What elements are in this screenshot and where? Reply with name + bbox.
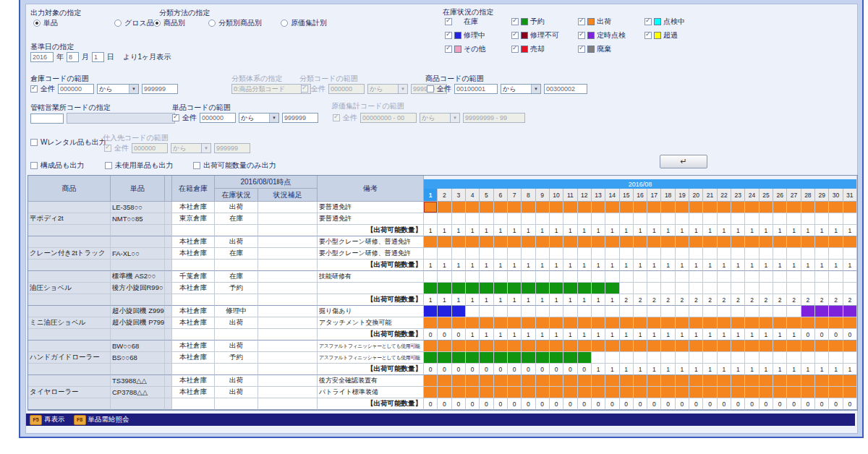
gantt-cell[interactable] — [620, 340, 634, 352]
gantt-cell[interactable] — [773, 387, 787, 398]
gantt-cell[interactable] — [424, 375, 438, 387]
gantt-cell[interactable] — [452, 352, 466, 364]
gantt-cell[interactable] — [452, 236, 466, 248]
gantt-cell[interactable] — [815, 306, 829, 317]
gantt-cell[interactable] — [536, 271, 550, 283]
gantt-cell[interactable] — [815, 375, 829, 387]
gantt-cell[interactable] — [438, 306, 451, 317]
gantt-cell[interactable] — [452, 375, 466, 387]
gantt-cell[interactable] — [815, 236, 829, 248]
gantt-cell[interactable] — [563, 317, 577, 329]
gantt-cell[interactable] — [634, 236, 647, 248]
gantt-cell[interactable] — [773, 340, 787, 352]
gantt-cell[interactable] — [843, 236, 857, 248]
gantt-cell[interactable] — [494, 387, 508, 398]
item-code-kara-combo[interactable]: から▼ — [239, 113, 279, 123]
gantt-cell[interactable] — [634, 213, 647, 225]
gantt-cell[interactable] — [718, 202, 731, 213]
gantt-cell[interactable] — [620, 375, 634, 387]
gantt-cell[interactable] — [605, 387, 619, 398]
gantt-cell[interactable] — [815, 271, 829, 283]
gantt-cell[interactable] — [634, 271, 647, 283]
gantt-cell[interactable] — [634, 387, 647, 398]
gantt-cell[interactable] — [578, 306, 592, 317]
gantt-cell[interactable] — [760, 306, 773, 317]
gantt-cell[interactable] — [689, 375, 703, 387]
gantt-cell[interactable] — [661, 306, 675, 317]
gantt-cell[interactable] — [760, 387, 773, 398]
gantt-cell[interactable] — [689, 283, 703, 294]
gantt-cell[interactable] — [843, 352, 857, 364]
function-key-item[interactable]: F5再表示 — [30, 415, 65, 425]
gantt-cell[interactable] — [438, 340, 451, 352]
gantt-cell[interactable] — [508, 283, 522, 294]
gantt-cell[interactable] — [620, 236, 634, 248]
gantt-cell[interactable] — [480, 340, 493, 352]
gantt-cell[interactable] — [843, 375, 857, 387]
gantt-cell[interactable] — [466, 248, 480, 260]
product-code-all-checkbox[interactable] — [427, 85, 434, 93]
gantt-cell[interactable] — [760, 352, 773, 364]
gantt-cell[interactable] — [787, 375, 801, 387]
gantt-cell[interactable] — [745, 317, 759, 329]
gantt-cell[interactable] — [563, 283, 577, 294]
gantt-cell[interactable] — [829, 317, 843, 329]
gantt-cell[interactable] — [843, 213, 857, 225]
gantt-cell[interactable] — [592, 387, 605, 398]
gantt-cell[interactable] — [731, 387, 745, 398]
gantt-cell[interactable] — [466, 340, 480, 352]
gantt-cell[interactable] — [689, 317, 703, 329]
gantt-cell[interactable] — [480, 213, 493, 225]
gantt-cell[interactable] — [536, 375, 550, 387]
gantt-cell[interactable] — [494, 236, 508, 248]
gantt-cell[interactable] — [494, 213, 508, 225]
radio-by-cost-dot[interactable] — [281, 20, 288, 27]
gantt-cell[interactable] — [676, 387, 689, 398]
gantt-cell[interactable] — [829, 271, 843, 283]
gantt-cell[interactable] — [592, 317, 605, 329]
gantt-cell[interactable] — [620, 248, 634, 260]
gantt-cell[interactable] — [647, 340, 661, 352]
status-checkbox[interactable] — [578, 18, 585, 25]
gantt-cell[interactable] — [718, 248, 731, 260]
gantt-cell[interactable] — [522, 306, 535, 317]
gantt-cell[interactable] — [815, 340, 829, 352]
gantt-cell[interactable] — [620, 283, 634, 294]
gantt-cell[interactable] — [787, 271, 801, 283]
gantt-cell[interactable] — [661, 248, 675, 260]
warehouse-to-input[interactable] — [142, 84, 178, 94]
gantt-cell[interactable] — [731, 202, 745, 213]
gantt-cell[interactable] — [550, 283, 563, 294]
gantt-cell[interactable] — [661, 387, 675, 398]
gantt-cell[interactable] — [718, 271, 731, 283]
gantt-cell[interactable] — [760, 340, 773, 352]
gantt-cell[interactable] — [620, 306, 634, 317]
gantt-cell[interactable] — [522, 236, 535, 248]
gantt-cell[interactable] — [563, 271, 577, 283]
gantt-cell[interactable] — [843, 387, 857, 398]
gantt-cell[interactable] — [676, 248, 689, 260]
gantt-cell[interactable] — [647, 317, 661, 329]
gantt-cell[interactable] — [760, 202, 773, 213]
gantt-cell[interactable] — [815, 387, 829, 398]
gantt-cell[interactable] — [787, 352, 801, 364]
gantt-cell[interactable] — [592, 202, 605, 213]
gantt-cell[interactable] — [801, 352, 815, 364]
gantt-cell[interactable] — [829, 375, 843, 387]
gantt-cell[interactable] — [494, 352, 508, 364]
gantt-cell[interactable] — [550, 340, 563, 352]
day-input[interactable] — [92, 52, 104, 62]
gantt-cell[interactable] — [703, 213, 717, 225]
gantt-cell[interactable] — [578, 387, 592, 398]
status-checkbox[interactable] — [644, 18, 652, 25]
gantt-cell[interactable] — [494, 306, 508, 317]
gantt-cell[interactable] — [745, 306, 759, 317]
gantt-cell[interactable] — [801, 236, 815, 248]
gantt-cell[interactable] — [550, 375, 563, 387]
gantt-cell[interactable] — [829, 352, 843, 364]
gantt-cell[interactable] — [550, 236, 563, 248]
gantt-cell[interactable] — [563, 387, 577, 398]
gantt-cell[interactable] — [438, 283, 451, 294]
status-checkbox[interactable] — [511, 32, 519, 39]
gantt-cell[interactable] — [787, 202, 801, 213]
